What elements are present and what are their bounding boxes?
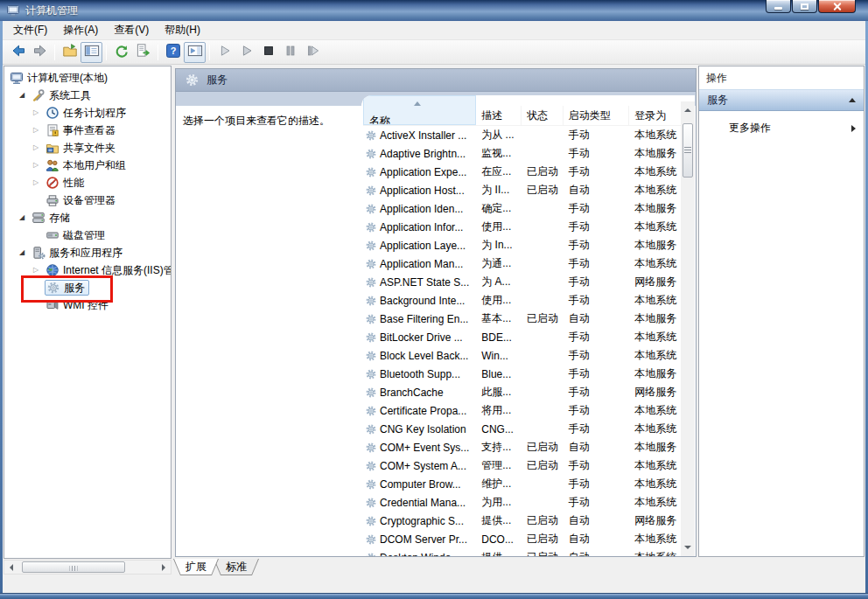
service-name: Application Host... — [380, 185, 465, 197]
service-row[interactable]: Bluetooth Supp... Blue... 手动 本地服务 — [363, 365, 681, 383]
tree-expander-icon[interactable] — [19, 214, 31, 221]
tree-item[interactable]: 磁盘管理 — [4, 226, 171, 244]
tree-item[interactable]: 服务和应用程序 — [4, 244, 171, 261]
service-startup-type: 手动 — [564, 458, 630, 473]
service-row[interactable]: ActiveX Installer ... 为从 ... 手动 本地系统 — [363, 126, 681, 144]
service-row[interactable]: Block Level Back... Win... 手动 本地系统 — [363, 346, 681, 365]
service-startup-type: 手动 — [564, 164, 630, 179]
tree-item[interactable]: 服务 — [4, 279, 171, 296]
tree-item[interactable]: 共享文件夹 — [4, 139, 171, 157]
toolbar-button[interactable] — [132, 42, 154, 63]
service-row[interactable]: BranchCache 此服... 手动 网络服务 — [363, 383, 681, 401]
service-row[interactable]: BitLocker Drive ... BDE... 手动 本地系统 — [363, 328, 681, 346]
column-header[interactable]: 名称 — [363, 95, 476, 125]
menu-item[interactable]: 文件(F) — [5, 20, 55, 40]
column-header[interactable]: 启动类型 — [564, 106, 630, 125]
toolbar-button[interactable] — [279, 42, 301, 63]
tree-item[interactable]: 性能 — [4, 174, 171, 192]
scroll-left-icon[interactable] — [4, 561, 18, 574]
tree-expander-icon[interactable] — [33, 267, 45, 274]
service-logon-as: 本地系统 — [629, 495, 681, 510]
service-logon-as: 本地系统 — [629, 477, 681, 491]
tree-item[interactable]: Internet 信息服务(IIS)管 — [4, 261, 171, 279]
service-row[interactable]: Adaptive Brightn... 监视... 手动 本地服务 — [363, 144, 681, 163]
service-row[interactable]: Background Inte... 使用... 手动 本地系统 — [363, 291, 681, 310]
toolbar-button[interactable] — [59, 42, 80, 63]
task-scheduler-icon — [46, 106, 60, 120]
tree-item[interactable]: 系统工具 — [4, 87, 171, 104]
scrollbar-thumb[interactable] — [22, 561, 125, 573]
more-actions-item[interactable]: 更多操作 — [699, 111, 864, 136]
close-icon[interactable] — [818, 0, 856, 13]
list-vertical-scrollbar[interactable] — [681, 101, 695, 556]
gear-icon — [365, 533, 377, 546]
menu-item[interactable]: 操作(A) — [55, 20, 106, 40]
toolbar-button[interactable] — [301, 42, 323, 63]
service-row[interactable]: DCOM Server Pr... DCO... 已启动 自动 本地系统 — [363, 530, 681, 548]
service-row[interactable]: COM+ Event Sys... 支持... 已启动 自动 本地服务 — [363, 438, 681, 456]
tree-item[interactable]: 设备管理器 — [4, 192, 171, 209]
tree-expander-icon[interactable] — [33, 109, 45, 116]
maximize-icon[interactable] — [792, 0, 817, 13]
menu-item[interactable]: 查看(V) — [106, 20, 157, 40]
service-row[interactable]: Certificate Propa... 将用... 手动 本地系统 — [363, 401, 681, 420]
services-panel-title: 服务 — [206, 73, 228, 87]
service-row[interactable]: Application Iden... 确定... 手动 本地服务 — [363, 199, 681, 218]
toolbar-button[interactable] — [110, 42, 132, 63]
toolbar-button[interactable] — [29, 42, 51, 63]
service-row[interactable]: CNG Key Isolation CNG... 手动 本地系统 — [363, 420, 681, 438]
view-tab[interactable]: 标准 — [214, 559, 259, 575]
tree-horizontal-scrollbar[interactable] — [4, 560, 172, 575]
service-row[interactable]: Application Host... 为 II... 已启动 自动 本地系统 — [363, 181, 681, 199]
toolbar-button[interactable] — [80, 42, 102, 63]
tree-expander-icon[interactable] — [33, 127, 45, 134]
tree-expander-icon[interactable] — [19, 92, 31, 99]
tree-item[interactable]: 计算机管理(本地) — [4, 69, 171, 87]
column-header[interactable]: 登录为 — [629, 106, 681, 125]
service-logon-as: 本地系统 — [629, 183, 681, 198]
tree-item[interactable]: WMI 控件 — [4, 296, 171, 314]
chevron-up-icon[interactable] — [849, 98, 856, 102]
service-row[interactable]: COM+ System A... 管理... 已启动 手动 本地系统 — [363, 456, 681, 475]
toolbar-button[interactable]: ? — [162, 42, 184, 63]
service-row[interactable]: Credential Mana... 为用... 手动 本地系统 — [363, 493, 681, 512]
service-logon-as: 本地系统 — [629, 532, 681, 547]
service-name: COM+ System A... — [380, 460, 466, 472]
toolbar-button[interactable] — [257, 42, 279, 63]
menu-item[interactable]: 帮助(H) — [157, 20, 208, 40]
scrollbar-thumb[interactable] — [682, 123, 693, 178]
toolbar-button[interactable] — [214, 42, 235, 63]
scroll-up-icon[interactable] — [681, 103, 695, 117]
tree-expander-icon[interactable] — [33, 144, 45, 151]
service-row[interactable]: Base Filtering En... 基本... 已启动 自动 本地服务 — [363, 310, 681, 328]
service-row[interactable]: Application Man... 为通... 手动 本地系统 — [363, 254, 681, 273]
service-row[interactable]: Desktop Windo... 提供... 已启动 自动 本地系统 — [363, 548, 681, 556]
service-row[interactable]: Cryptographic S... 提供... 已启动 自动 网络服务 — [363, 512, 681, 530]
gear-icon — [365, 295, 377, 307]
console-tree-panel: 计算机管理(本地) 系统工具 任务计划程序 事件查看器 — [4, 66, 172, 559]
service-row[interactable]: Application Laye... 为 In... 手动 本地服务 — [363, 236, 681, 254]
service-row[interactable]: Application Expe... 在应... 已启动 手动 本地系统 — [363, 163, 681, 181]
service-logon-as: 本地系统 — [629, 550, 681, 556]
actions-section-services[interactable]: 服务 — [699, 89, 864, 111]
toolbar-button[interactable] — [184, 42, 206, 63]
minimize-icon[interactable] — [766, 0, 791, 13]
toolbar-button[interactable] — [7, 42, 29, 63]
tree-item[interactable]: 任务计划程序 — [4, 104, 171, 122]
scroll-down-icon[interactable] — [681, 540, 695, 554]
tree-expander-icon[interactable] — [19, 249, 31, 256]
tree-item[interactable]: 本地用户和组 — [4, 157, 171, 174]
tree-item[interactable]: 事件查看器 — [4, 122, 171, 139]
toolbar-button[interactable] — [235, 42, 257, 63]
chevron-right-icon[interactable] — [851, 125, 856, 132]
column-header[interactable]: 描述 — [476, 106, 522, 125]
service-row[interactable]: ASP.NET State S... 为 A... 手动 网络服务 — [363, 273, 681, 291]
column-header[interactable]: 状态 — [522, 106, 564, 125]
service-row[interactable]: Computer Brow... 维护... 手动 本地系统 — [363, 475, 681, 493]
view-tab[interactable]: 扩展 — [173, 559, 219, 575]
tree-item[interactable]: 存储 — [4, 209, 171, 226]
tree-expander-icon[interactable] — [33, 162, 45, 169]
scroll-right-icon[interactable] — [157, 561, 171, 574]
tree-expander-icon[interactable] — [33, 179, 45, 186]
service-row[interactable]: Application Infor... 使用... 手动 本地系统 — [363, 218, 681, 236]
